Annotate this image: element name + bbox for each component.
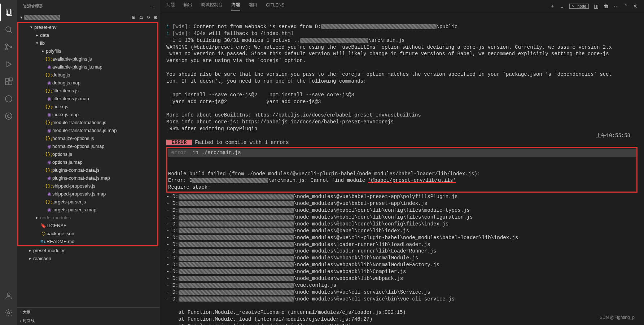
tab-terminal[interactable]: 终端 (231, 2, 240, 10)
file-license[interactable]: 🔖LICENSE (18, 221, 157, 229)
tab-gitlens[interactable]: GITLENS (266, 3, 284, 10)
js-icon: (}; (46, 56, 52, 62)
kill-terminal-icon[interactable]: 🗑 (604, 3, 609, 9)
maximize-panel-icon[interactable]: ⌃ (624, 3, 628, 9)
json-icon: ⬡ (40, 231, 47, 236)
refresh-icon[interactable]: ↻ (147, 15, 150, 20)
folder-preset-env[interactable]: ▾preset-env (18, 23, 157, 31)
svg-point-1 (6, 27, 11, 32)
map-icon: ◉ (46, 96, 52, 101)
sidebar-section-header[interactable]: ▾ 🗎 🗀 ↻ ⊟ (17, 13, 160, 22)
file-item[interactable]: ◉shipped-proposals.js.map (18, 190, 157, 198)
t: i (166, 31, 172, 36)
file-item[interactable]: ◉module-transformations.js.map (18, 126, 157, 134)
file-package-json[interactable]: ⬡package.json (18, 229, 157, 237)
obscured-path (321, 24, 437, 29)
label: debug.js (52, 72, 70, 78)
folder-polyfills[interactable]: ▸polyfills (18, 47, 157, 55)
map-icon: ◉ (46, 175, 52, 181)
obscured-path (179, 235, 294, 240)
file-item[interactable]: ◉plugins-compat-data.js.map (18, 174, 157, 182)
file-item[interactable]: (};available-plugins.js (18, 55, 157, 63)
file-item[interactable]: ◉targets-parser.js.map (18, 206, 157, 214)
file-readme[interactable]: M↓README.md (18, 237, 157, 245)
label: preset-env (34, 25, 56, 30)
settings-icon[interactable] (0, 304, 17, 321)
file-tree: ▾preset-env ▸data ▾lib ▸polyfills (};ava… (17, 22, 160, 307)
label: 时间线 (23, 318, 35, 324)
file-item[interactable]: ◉debug.js.map (18, 79, 157, 87)
timeline-section[interactable]: › 时间线 (17, 316, 160, 325)
panel-actions: ＋ ⌄ >_ node ▥ 🗑 ⋯ ⌃ ✕ (550, 3, 638, 9)
file-item[interactable]: (};plugins-compat-data.js (18, 166, 157, 174)
t: when no version is passed. Since this de… (166, 51, 609, 57)
other-icon[interactable] (0, 107, 17, 125)
file-item[interactable]: (};shipped-proposals.js (18, 182, 157, 190)
search-icon[interactable] (0, 21, 17, 38)
file-item[interactable]: (};options.js (18, 150, 157, 158)
folder-node-modules[interactable]: ▸node_modules (18, 214, 157, 221)
scm-icon[interactable] (0, 38, 17, 56)
label: plugins-compat-data.js (52, 167, 100, 173)
file-item[interactable]: (};filter-items.js (18, 87, 157, 95)
obscured-path (179, 194, 294, 199)
tab-ports[interactable]: 端口 (249, 2, 257, 10)
js-icon: (}; (46, 120, 52, 125)
label: options.js (52, 151, 72, 157)
collapse-icon[interactable]: ⊟ (154, 15, 157, 20)
label: normalize-options.js.map (52, 144, 105, 149)
extensions-icon[interactable] (0, 73, 17, 90)
highlighted-folder-region: ▾preset-env ▸data ▾lib ▸polyfills (};ava… (17, 22, 158, 246)
obscured-path (179, 262, 294, 267)
t: You should also be sure that the version… (166, 71, 612, 77)
label: filter-items.js.map (52, 96, 89, 101)
svg-rect-7 (5, 78, 8, 81)
split-terminal-icon[interactable]: ▥ (594, 3, 599, 9)
new-terminal-icon[interactable]: ＋ (550, 3, 555, 9)
tab-problems[interactable]: 问题 (166, 2, 175, 10)
file-item[interactable]: (};module-transformations.js (18, 118, 157, 126)
obscured-path (179, 256, 294, 261)
tab-output[interactable]: 输出 (184, 2, 192, 10)
explorer-icon[interactable] (0, 4, 17, 21)
t: : Content not from webpack is served fro… (188, 24, 321, 30)
svg-point-11 (5, 96, 12, 102)
sidebar-title: 资源管理器 ⋯ (17, 0, 160, 13)
obscured-path (179, 297, 294, 302)
close-panel-icon[interactable]: ✕ (633, 3, 638, 9)
label: node (578, 4, 586, 8)
file-item[interactable]: (};index.js (18, 102, 157, 110)
outline-section[interactable]: › 大纲 (17, 308, 160, 316)
folder-data[interactable]: ▸data (18, 31, 157, 39)
map-icon: ◉ (46, 112, 52, 117)
more-icon[interactable]: ⋯ (150, 4, 154, 9)
js-icon: (}; (46, 72, 52, 78)
new-file-icon[interactable]: 🗎 (132, 15, 136, 20)
main-panel: 问题 输出 调试控制台 终端 端口 GITLENS ＋ ⌄ >_ node ▥ … (160, 0, 644, 325)
folder-lib[interactable]: ▾lib (18, 39, 157, 47)
terminal-dropdown-icon[interactable]: ⌄ (560, 3, 564, 9)
file-item[interactable]: ◉normalize-options.js.map (18, 142, 157, 150)
file-item[interactable]: ◉index.js.map (18, 110, 157, 118)
t: : 404s will fallback to /index.html (188, 31, 294, 36)
remote-icon[interactable] (0, 90, 17, 107)
file-item[interactable]: (};debug.js (18, 71, 157, 79)
folder-preset-modules[interactable]: ▸preset-modules (17, 246, 160, 254)
map-icon: ◉ (46, 191, 52, 197)
file-item[interactable]: (};normalize-options.js (18, 134, 157, 142)
file-item[interactable]: (};targets-parser.js (18, 198, 157, 206)
t: 98% after emitting CopyPlugin (166, 126, 257, 132)
tab-debug-console[interactable]: 调试控制台 (201, 2, 223, 10)
folder-reaisaen[interactable]: ▸reaisaen (17, 254, 160, 262)
new-folder-icon[interactable]: 🗀 (139, 15, 143, 20)
obscured-path (179, 221, 294, 227)
label: index.js (52, 104, 68, 109)
file-item[interactable]: ◉available-plugins.js.map (18, 63, 157, 71)
file-item[interactable]: ◉options.js.map (18, 158, 157, 166)
terminal-profile[interactable]: >_ node (569, 4, 589, 9)
debug-icon[interactable] (0, 56, 17, 73)
more2-icon[interactable]: ⋯ (614, 3, 619, 9)
terminal-output[interactable]: i [wds]: Content not from webpack is ser… (160, 12, 644, 325)
account-icon[interactable] (0, 287, 17, 304)
file-item[interactable]: ◉filter-items.js.map (18, 95, 157, 102)
